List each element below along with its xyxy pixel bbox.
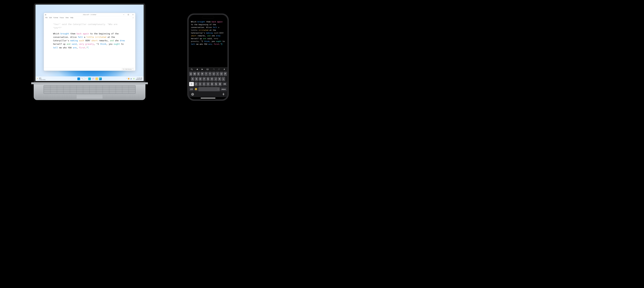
key-o[interactable]: O	[220, 72, 223, 76]
menu-edit[interactable]: Edit	[49, 17, 52, 19]
key-k[interactable]: K	[218, 77, 221, 81]
key-g[interactable]: G	[206, 77, 210, 81]
flash-icon[interactable]	[223, 68, 226, 70]
editor-active-paragraph: Which brought them back again to the beg…	[53, 32, 126, 49]
key-x[interactable]: X	[198, 82, 202, 86]
home-indicator[interactable]	[201, 98, 216, 98]
conj-token: and	[67, 43, 70, 45]
key-q[interactable]: Q	[189, 72, 192, 76]
tray-wifi-icon[interactable]: 📶	[128, 78, 130, 79]
menu-focus[interactable]: Focus	[60, 17, 64, 19]
verb-token: think	[204, 40, 209, 43]
svg-rect-15	[223, 93, 224, 94]
phone-editor-textarea[interactable]: Which brought them back again to the beg…	[189, 15, 228, 67]
preview-play-icon[interactable]: ▷	[133, 17, 134, 19]
keyboard-icon[interactable]	[206, 68, 209, 70]
menu-help[interactable]: Help	[70, 17, 73, 19]
task-view-icon[interactable]: ▭	[85, 78, 87, 80]
backspace-key[interactable]: ⌫	[222, 82, 227, 86]
laptop-bezel: ▤ Alice.md* – iA Writer	[34, 3, 145, 82]
search-icon[interactable]	[190, 68, 193, 70]
verb-token: brought	[60, 32, 69, 35]
key-m[interactable]: M	[218, 82, 222, 86]
menu-format[interactable]: Format	[54, 17, 58, 19]
verb-token: felt	[213, 26, 217, 29]
key-l[interactable]: L	[222, 77, 225, 81]
key-n[interactable]: N	[214, 82, 218, 86]
menu-view[interactable]: View	[66, 17, 68, 19]
key-t[interactable]: T	[204, 72, 208, 76]
key-h[interactable]: H	[210, 77, 214, 81]
shift-key[interactable]: ⇧	[189, 82, 194, 86]
iphone-device: Which brought them back again to the beg…	[187, 14, 229, 101]
verb-token: said	[72, 43, 76, 45]
numbers-key[interactable]: 123	[189, 87, 194, 91]
taskbar-app-chat[interactable]: 💬	[92, 78, 94, 80]
emoji-key[interactable]: 😀	[194, 87, 198, 91]
key-p[interactable]: P	[224, 72, 227, 76]
minimize-button[interactable]	[122, 13, 126, 16]
key-z[interactable]: Z	[194, 82, 198, 86]
taskbar-weather[interactable]: ⛅ 9°C Partly sunny	[36, 78, 47, 80]
redo-icon[interactable]	[218, 68, 220, 70]
laptop-deck	[34, 84, 146, 100]
taskbar-app-iawriter[interactable]	[88, 78, 91, 80]
tray-volume-icon[interactable]: 🔈	[130, 78, 132, 79]
globe-icon[interactable]	[191, 93, 194, 96]
key-y[interactable]: Y	[208, 72, 212, 76]
word-back-icon[interactable]: ◀	[196, 68, 198, 70]
key-f[interactable]: F	[202, 77, 206, 81]
space-key[interactable]: I'll	[198, 87, 220, 91]
verb-token: felt	[78, 36, 83, 38]
key-d[interactable]: D	[199, 77, 202, 81]
editor-toolbar: ◀ ▶	[189, 67, 228, 71]
word-forward-icon[interactable]: ▶	[201, 68, 204, 70]
return-key[interactable]: return	[220, 87, 227, 91]
adverb-token: very	[79, 43, 84, 45]
key-r[interactable]: R	[201, 72, 204, 76]
start-button[interactable]	[78, 78, 80, 80]
key-u[interactable]: U	[212, 72, 216, 76]
key-s[interactable]: S	[195, 77, 198, 81]
close-button[interactable]	[131, 13, 135, 16]
adjective-token: short	[91, 39, 98, 42]
key-e[interactable]: E	[197, 72, 200, 76]
ios-keyboard: QWERTYUIOP ASDFGHJKL ⇧ ZXCVBNM ⌫ 123 😀 I…	[189, 71, 228, 92]
key-i[interactable]: I	[216, 72, 219, 76]
laptop-keyboard	[44, 85, 136, 94]
window-titlebar[interactable]: ▤ Alice.md* – iA Writer	[44, 13, 135, 16]
undo-icon[interactable]	[212, 68, 215, 70]
verb-token: think	[100, 43, 106, 45]
ia-writer-window: ▤ Alice.md* – iA Writer	[44, 13, 136, 71]
maximize-button[interactable]	[126, 13, 131, 16]
key-c[interactable]: C	[202, 82, 206, 86]
conj-token: and	[203, 38, 206, 40]
adjective-token: little	[86, 36, 94, 38]
taskbar-clock[interactable]: 11:00 AM 10/05/2021	[136, 78, 142, 80]
tray-chevron-up-icon[interactable]: ˄	[126, 78, 127, 79]
ios-keyboard-bottom	[189, 92, 228, 97]
kb-row-4: 123 😀 I'll return	[189, 87, 227, 91]
verb-token: brought	[198, 21, 205, 23]
menu-file[interactable]: File	[45, 17, 48, 19]
key-a[interactable]: A	[191, 77, 194, 81]
verb-token: tell	[191, 43, 196, 45]
key-w[interactable]: W	[193, 72, 196, 76]
svg-rect-1	[128, 14, 129, 15]
windows-taskbar: ⛅ 9°C Partly sunny 🔍 ▭ 💬 📁 ˄	[36, 76, 144, 81]
adverb-token: first	[79, 46, 85, 49]
key-v[interactable]: V	[206, 82, 210, 86]
word-count-pill[interactable]: 72 / 500 Words˅	[122, 68, 134, 70]
sidebar-toggle-icon[interactable]: ▤	[45, 14, 46, 16]
taskbar-edge-icon[interactable]	[99, 78, 102, 80]
taskbar-search-icon[interactable]: 🔍	[81, 78, 84, 80]
taskbar-file-explorer-icon[interactable]: 📁	[96, 78, 98, 80]
tray-battery-icon[interactable]: 🔋	[133, 78, 135, 79]
key-j[interactable]: J	[214, 77, 218, 81]
dictation-mic-icon[interactable]	[222, 93, 225, 96]
weather-icon: ⛅	[37, 78, 38, 79]
editor-textarea[interactable]: "You!" said the Caterpillar contemptuous…	[44, 19, 135, 68]
adverb-token: again	[83, 32, 89, 35]
key-b[interactable]: B	[210, 82, 214, 86]
dynamic-island	[202, 16, 214, 19]
